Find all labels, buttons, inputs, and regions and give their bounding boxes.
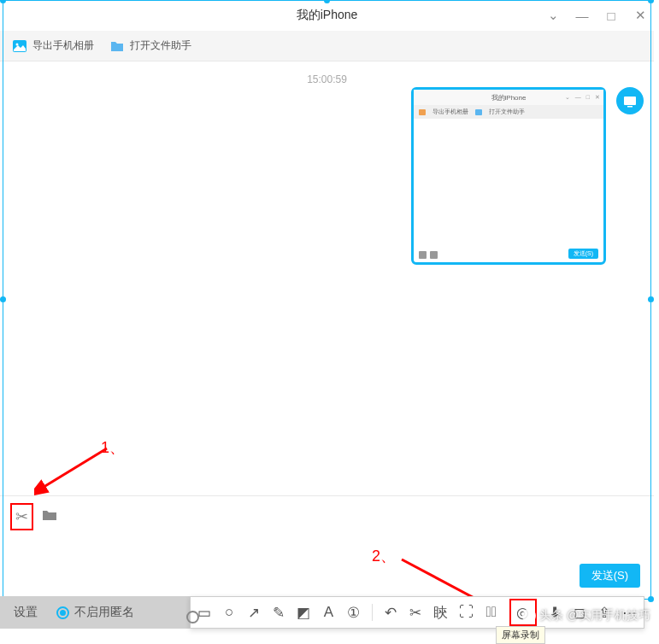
translate-icon[interactable]: 䀹: [433, 604, 448, 621]
screenshot-button-highlight: ✂: [10, 503, 33, 530]
mosaic-tool-icon[interactable]: ◩: [297, 604, 310, 621]
input-toolbar: ✂: [10, 503, 644, 530]
bubble-folder-icon: [475, 109, 482, 115]
chat-window: 我的iPhone ⌄ — □ ✕ 导出手机相册 打开文件助手 15:00:59 …: [0, 0, 654, 598]
radio-disable-anonymous[interactable]: 不启用匿名: [56, 605, 134, 620]
titlebar: 我的iPhone ⌄ — □ ✕: [0, 0, 654, 31]
message-screenshot[interactable]: 我的iPhone ⌄—□✕ 导出手机相册 打开文件助手 发送(S): [411, 87, 606, 265]
separator: [372, 604, 373, 621]
close-icon[interactable]: ✕: [633, 8, 647, 23]
folder-icon: [109, 38, 125, 54]
bubble-send-button: 发送(S): [568, 249, 598, 259]
annotation-label-1: 1、: [101, 437, 125, 458]
bubble-photo-icon: [419, 109, 426, 115]
window-controls: ⌄ — □ ✕: [546, 0, 647, 31]
photo-icon: [12, 38, 27, 54]
screenshot-toolbar: ▭ ○ ↗ ✎ ◩ A ① ↶ ✂ 䀹 ⛶ ✕⃞ ◎ ⬇ ◻ ⇪ ⋯: [190, 596, 644, 629]
send-button[interactable]: 发送(S): [580, 564, 640, 588]
scissors-icon[interactable]: ✂: [15, 507, 28, 526]
arrow-tool-icon[interactable]: ↗: [247, 604, 261, 621]
minimize-icon[interactable]: —: [575, 9, 589, 23]
undo-icon[interactable]: ↶: [383, 604, 397, 621]
circle-tool-icon[interactable]: ○: [222, 604, 236, 621]
settings-label: 设置: [14, 605, 38, 620]
pin-icon[interactable]: ◻: [573, 604, 586, 621]
window-title: 我的iPhone: [297, 8, 358, 23]
fullscreen-icon[interactable]: ⛶: [459, 604, 474, 621]
sender-avatar[interactable]: [616, 87, 644, 114]
pencil-tool-icon[interactable]: ✎: [272, 604, 285, 621]
open-file-helper-button[interactable]: 打开文件助手: [109, 38, 191, 54]
message-timestamp: 15:00:59: [14, 73, 640, 85]
more-icon[interactable]: ⋯: [622, 604, 637, 621]
bubble-title: 我的iPhone: [491, 93, 527, 102]
open-file-helper-label: 打开文件助手: [130, 38, 191, 53]
screen-record-tooltip: 屏幕录制: [496, 626, 545, 644]
screen-record-icon[interactable]: ◎: [515, 604, 532, 621]
maximize-icon[interactable]: □: [604, 9, 618, 23]
bubble-toolbar: 导出手机相册 打开文件助手: [414, 105, 603, 119]
bubble-body: [414, 119, 603, 247]
screen-record-highlight: ◎: [509, 599, 537, 626]
radio-label-1: 不启用匿名: [74, 605, 134, 620]
open-folder-icon[interactable]: [42, 508, 57, 525]
bubble-toolbar-1: 导出手机相册: [432, 108, 468, 116]
bubble-toolbar-2: 打开文件助手: [489, 108, 525, 116]
save-icon[interactable]: ⬇: [548, 604, 562, 621]
settings-bar: 设置 不启用匿名: [0, 596, 197, 629]
bubble-folder-icon-2: [430, 251, 438, 259]
main-toolbar: 导出手机相册 打开文件助手: [0, 31, 654, 61]
svg-rect-2: [624, 97, 636, 105]
cut-icon[interactable]: ✂: [409, 604, 422, 621]
bubble-scissors-icon: [419, 251, 427, 259]
annotation-label-2: 2、: [372, 546, 396, 566]
chat-area: 15:00:59 我的iPhone ⌄—□✕ 导出手机相册 打开文件助手 发送(…: [0, 61, 654, 495]
text-tool-icon[interactable]: A: [321, 604, 335, 621]
bubble-titlebar: 我的iPhone ⌄—□✕: [414, 90, 603, 105]
svg-rect-3: [627, 106, 633, 108]
share-icon[interactable]: ⇪: [597, 604, 611, 621]
dropdown-icon[interactable]: ⌄: [546, 8, 560, 23]
bubble-footer: [419, 251, 438, 259]
crop-icon[interactable]: ✕⃞: [485, 604, 498, 621]
input-area: ✂ 发送(S): [0, 495, 654, 598]
rectangle-tool-icon[interactable]: ▭: [197, 604, 211, 621]
number-tool-icon[interactable]: ①: [347, 604, 361, 621]
export-album-label: 导出手机相册: [32, 38, 94, 53]
export-album-button[interactable]: 导出手机相册: [12, 38, 94, 54]
